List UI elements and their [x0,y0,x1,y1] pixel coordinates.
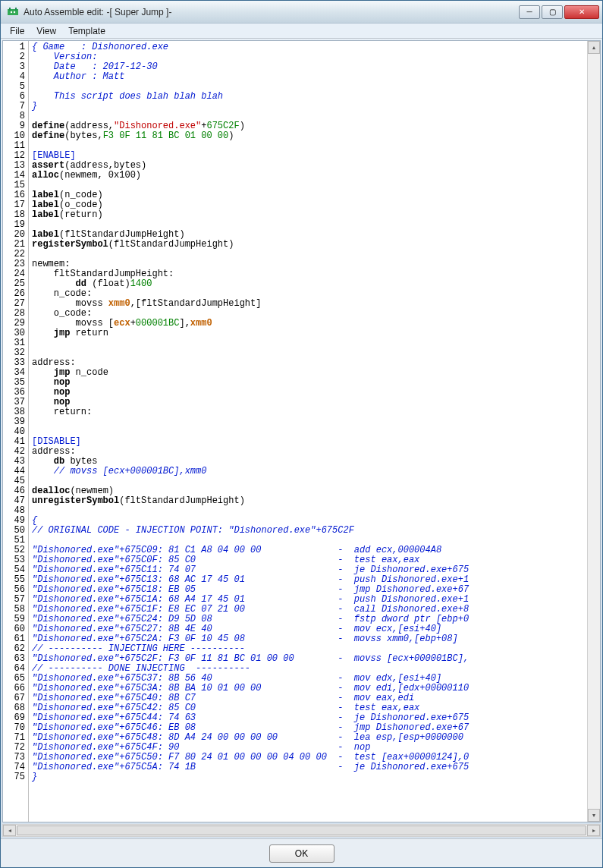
close-button[interactable]: ✕ [564,5,599,19]
svg-point-4 [14,11,15,12]
scroll-left-button[interactable]: ◂ [3,825,16,836]
svg-rect-1 [9,8,11,11]
menu-file[interactable]: File [4,24,30,38]
titlebar[interactable]: Auto Assemble edit: -[ Super Jump ]- ─ ▢… [1,1,602,24]
horizontal-scroll-thumb[interactable] [17,826,586,835]
menubar: File View Template [1,24,602,39]
horizontal-scrollbar[interactable]: ◂ ▸ [2,824,601,837]
app-icon [7,6,19,18]
code-area[interactable]: { Game : Dishonored.exe Version: Date : … [29,41,600,822]
line-number-gutter: 1234567891011121314151617181920212223242… [3,41,29,822]
code-editor[interactable]: 1234567891011121314151617181920212223242… [2,40,601,822]
maximize-button[interactable]: ▢ [542,5,563,19]
menu-template[interactable]: Template [62,24,111,38]
menu-view[interactable]: View [30,24,62,38]
vertical-scrollbar[interactable]: ▴ ▾ [587,41,600,822]
minimize-button[interactable]: ─ [519,5,540,19]
window-title: Auto Assemble edit: -[ Super Jump ]- [24,7,517,17]
svg-rect-2 [15,8,17,11]
ok-button[interactable]: OK [269,844,334,863]
scroll-up-button[interactable]: ▴ [588,41,600,54]
scroll-down-button[interactable]: ▾ [588,809,600,822]
scroll-right-button[interactable]: ▸ [587,825,600,836]
auto-assemble-window: Auto Assemble edit: -[ Super Jump ]- ─ ▢… [0,0,603,868]
svg-point-3 [11,11,12,12]
bottom-panel: OK [1,838,602,867]
